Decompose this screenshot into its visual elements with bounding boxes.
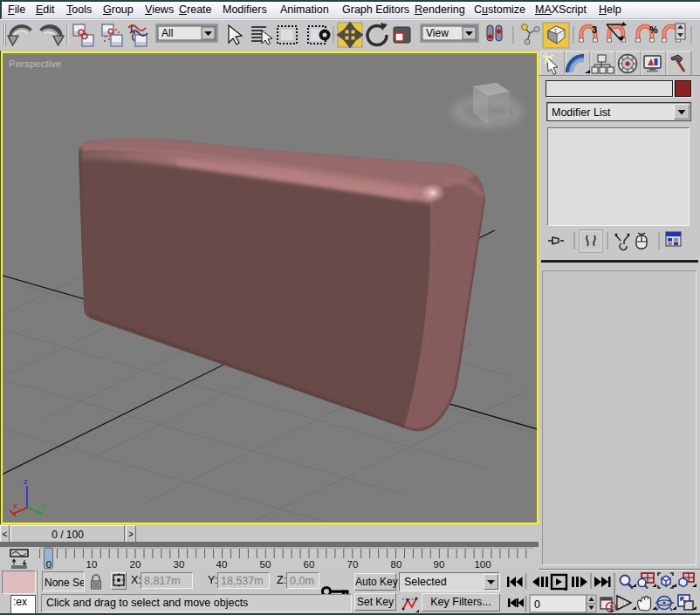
svg-text:3: 3	[592, 24, 597, 35]
svg-text:Perspective: Perspective	[9, 58, 61, 69]
svg-text:80: 80	[391, 559, 402, 570]
svg-text:60: 60	[304, 559, 315, 570]
svg-text:All: All	[161, 27, 173, 39]
svg-text:50: 50	[260, 559, 271, 570]
svg-text:%: %	[649, 24, 658, 35]
svg-text:z: z	[24, 476, 28, 486]
svg-text:View: View	[426, 27, 449, 39]
svg-text:0: 0	[534, 598, 540, 611]
svg-text:0: 0	[46, 559, 51, 570]
svg-text:30: 30	[174, 559, 185, 570]
svg-text:20: 20	[130, 559, 141, 570]
svg-text:40: 40	[216, 559, 228, 570]
svg-text:y: y	[42, 501, 46, 510]
svg-text:T: T	[553, 27, 558, 35]
svg-text:90: 90	[434, 559, 445, 570]
svg-text:10: 10	[86, 559, 98, 570]
svg-text:x: x	[13, 501, 17, 510]
svg-text:70: 70	[347, 559, 359, 570]
svg-text:100: 100	[474, 559, 491, 570]
